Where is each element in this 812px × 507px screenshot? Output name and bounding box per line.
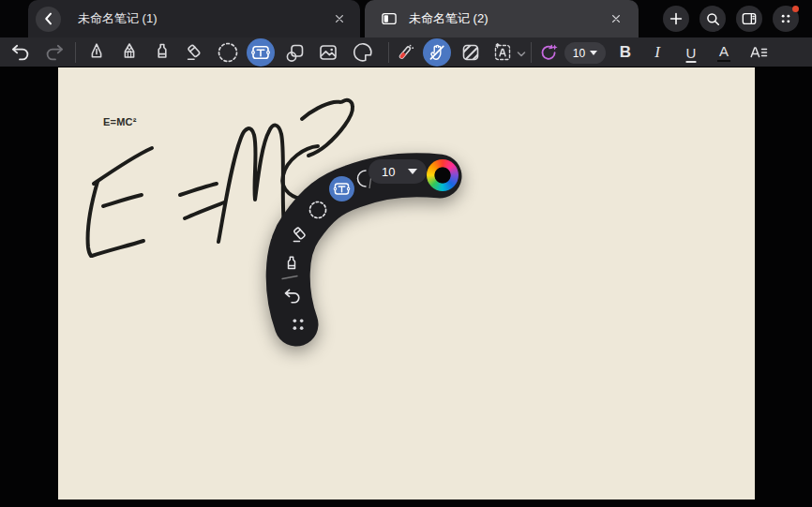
undo-button[interactable] <box>7 38 35 67</box>
palette-text-tool-button[interactable] <box>329 176 354 201</box>
ai-sparkle-icon <box>537 41 560 64</box>
palette-marker-button[interactable] <box>278 251 304 276</box>
palette-eraser-button[interactable] <box>287 222 312 247</box>
palette-undo-button[interactable] <box>279 283 305 308</box>
image-tool-button[interactable] <box>314 38 342 67</box>
palette-size-dropdown[interactable]: 10 <box>368 159 427 184</box>
bold-button[interactable]: B <box>611 38 639 67</box>
palette-drag-handle[interactable] <box>285 311 311 336</box>
pen-tool-button[interactable] <box>83 38 111 67</box>
tab-2-close-button[interactable] <box>605 7 627 30</box>
eraser-tool-button[interactable] <box>180 38 208 67</box>
close-icon <box>608 10 624 27</box>
top-tab-bar: 未命名笔记 (1) 未命名笔记 (2) <box>0 0 812 37</box>
italic-button[interactable]: I <box>643 38 671 67</box>
undo-icon <box>282 286 303 306</box>
palette-size-value: 10 <box>382 165 395 179</box>
align-button[interactable] <box>744 38 773 67</box>
text-tool-icon <box>248 40 273 65</box>
palm-rejection-button[interactable] <box>423 38 451 67</box>
marker-tool-button[interactable] <box>148 38 176 67</box>
text-color-button[interactable]: A <box>710 38 738 67</box>
tab-note-1[interactable]: 未命名笔记 (1) <box>28 0 360 37</box>
shapes-tool-button[interactable] <box>281 38 309 67</box>
redo-button[interactable] <box>40 38 68 67</box>
back-button[interactable] <box>36 7 61 32</box>
color-wheel-button[interactable] <box>427 159 459 191</box>
tab-note-2[interactable]: 未命名笔记 (2) <box>365 0 639 37</box>
tab-2-title: 未命名笔记 (2) <box>409 10 605 27</box>
image-icon <box>317 41 339 64</box>
eraser-icon <box>183 41 205 64</box>
sticker-tool-button[interactable] <box>349 38 377 67</box>
chevron-left-icon <box>38 8 59 29</box>
note-canvas[interactable]: E=MC² <box>58 67 755 500</box>
shapes-icon <box>284 41 307 64</box>
laser-pointer-icon <box>394 41 416 64</box>
marker-icon <box>151 41 173 64</box>
new-note-button[interactable] <box>663 6 689 32</box>
pattern-icon <box>459 41 482 64</box>
marker-icon <box>281 254 302 275</box>
toolbar-divider <box>75 42 76 63</box>
pen-icon <box>85 41 108 64</box>
redo-icon <box>43 41 66 64</box>
undo-icon <box>9 41 32 64</box>
align-icon <box>747 41 770 64</box>
lasso-tool-button[interactable] <box>214 38 242 67</box>
text-tool-button[interactable] <box>247 38 275 67</box>
app-grid-icon <box>776 9 795 28</box>
pattern-tool-button[interactable] <box>457 38 485 67</box>
underline-button[interactable]: U <box>677 38 705 67</box>
text-tool-icon <box>330 177 353 201</box>
plus-icon <box>667 9 685 28</box>
panels-button[interactable] <box>736 6 762 32</box>
lasso-icon <box>217 41 239 64</box>
tab-1-close-button[interactable] <box>328 7 351 30</box>
sidebar-panel-icon <box>740 9 759 28</box>
convert-text-icon <box>491 41 514 64</box>
pencil-tool-button[interactable] <box>115 38 143 67</box>
toolbar-divider <box>531 42 532 63</box>
chevron-down-icon <box>408 169 417 174</box>
palette-lasso-button[interactable] <box>306 198 330 222</box>
font-size-dropdown[interactable]: 10 <box>564 42 606 64</box>
close-icon <box>331 10 348 27</box>
pencil-icon <box>118 41 141 64</box>
ai-assist-button[interactable] <box>534 38 563 67</box>
eraser-icon <box>289 224 310 246</box>
chevron-down-icon[interactable] <box>514 47 529 62</box>
hand-slash-icon <box>426 41 448 64</box>
drag-handle-icon <box>288 314 308 335</box>
tab-1-title: 未命名笔记 (1) <box>78 10 328 27</box>
lasso-icon <box>308 200 328 220</box>
split-view-icon <box>380 9 398 28</box>
chevron-down-icon <box>590 51 597 55</box>
sticker-icon <box>352 41 374 64</box>
typed-text: E=MC² <box>103 116 137 127</box>
notification-badge <box>792 6 799 12</box>
toolbar-divider <box>388 42 389 63</box>
font-size-value: 10 <box>573 47 585 60</box>
text-color-label: A <box>719 43 729 59</box>
convert-handwriting-button[interactable] <box>489 38 517 67</box>
search-button[interactable] <box>699 6 726 32</box>
laser-pointer-button[interactable] <box>391 38 419 67</box>
search-icon <box>704 10 722 28</box>
note-app-window: 未命名笔记 (1) 未命名笔记 (2) <box>0 0 812 507</box>
